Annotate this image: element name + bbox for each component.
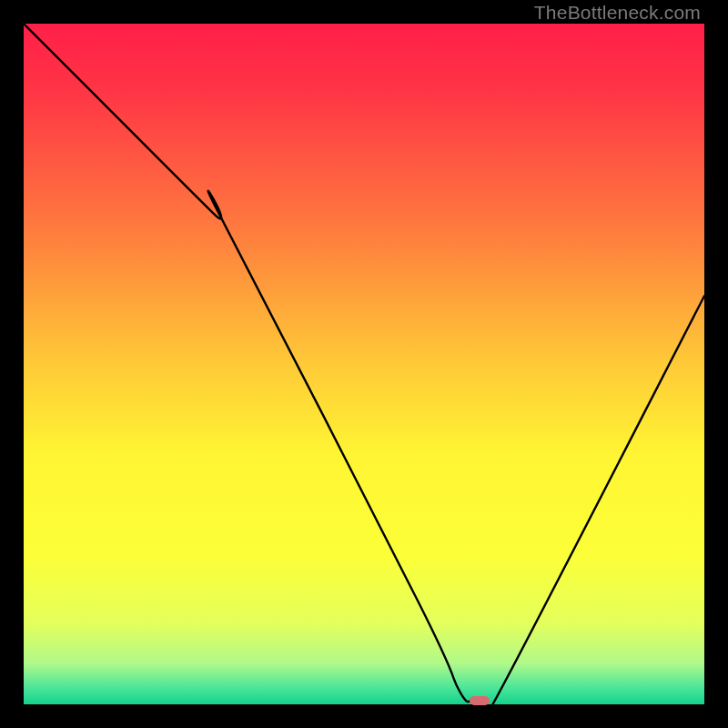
plot-area — [24, 24, 704, 704]
bottleneck-chart-svg — [24, 24, 704, 704]
watermark-text: TheBottleneck.com — [534, 2, 701, 24]
result-marker — [470, 696, 490, 705]
outer-frame: TheBottleneck.com — [0, 0, 728, 728]
